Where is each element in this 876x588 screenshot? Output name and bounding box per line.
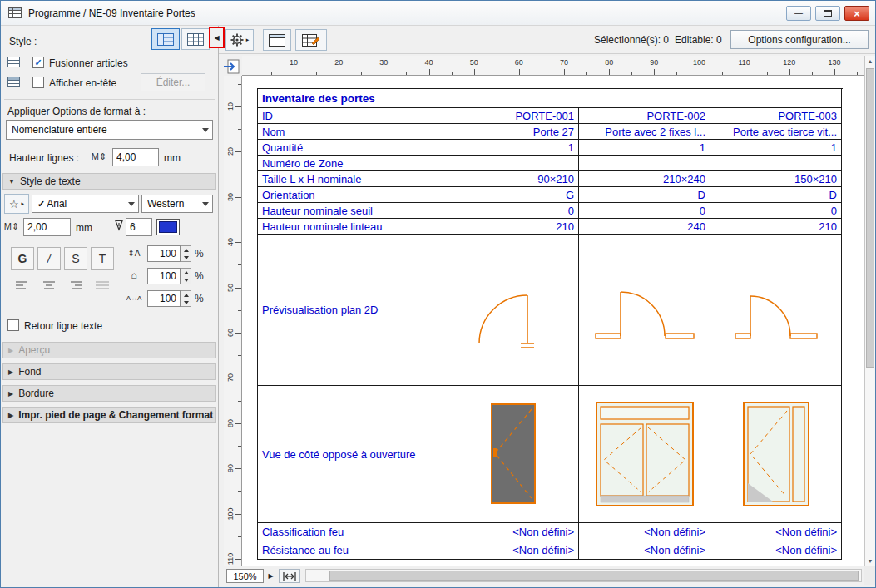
align-left-button[interactable] [12,277,33,294]
style-view-grid-button[interactable] [181,28,210,50]
schedule-cell[interactable]: PORTE-002 [579,108,710,124]
favorites-button[interactable]: ☆ ▸ [4,194,29,214]
vertical-scrollbar[interactable]: ▲ ▼ [864,56,875,566]
door-plan-preview-1[interactable] [448,235,579,386]
scheme-options-button[interactable]: Options configuration... [730,30,869,49]
schedule-cell[interactable]: 210 [710,219,842,235]
merge-items-checkbox[interactable]: ✓ [32,57,44,68]
door-elevation-2[interactable] [579,386,710,523]
schedule-cell[interactable]: D [710,187,842,203]
fit-width-button[interactable] [279,569,300,583]
schedule-cell[interactable] [579,156,710,171]
schedule-cell[interactable]: <Non défini> [710,523,842,541]
schedule-cell[interactable]: Porte 27 [448,124,579,140]
schedule-cell[interactable]: <Non défini> [579,523,710,541]
door-elevation-3[interactable] [710,386,842,523]
schedule-cell[interactable] [710,156,842,171]
schedule-cell[interactable]: <Non défini> [710,541,842,560]
style-view-merged-button[interactable] [151,28,180,50]
show-header-checkbox[interactable] [32,77,44,88]
text-size-input[interactable] [23,218,71,236]
pen-color-swatch[interactable] [156,219,180,235]
align-center-button[interactable] [38,277,60,294]
schedule-cell[interactable]: D [579,187,710,203]
schedule-cell[interactable]: 240 [579,219,710,235]
schedule-cell[interactable]: PORTE-003 [710,108,842,124]
line-spacing-stepper[interactable] [181,245,191,262]
edit-header-button[interactable]: Éditer... [141,73,205,91]
maximize-button[interactable] [815,6,840,21]
char-spacing-stepper[interactable] [181,290,191,307]
width-factor-stepper[interactable] [181,268,191,284]
titlebar[interactable]: Programme / NE-09 Inventaire Portes — × [1,1,875,26]
schedule-cell[interactable]: Porte avec 2 fixes l... [579,124,710,140]
align-right-button[interactable] [65,277,87,294]
horizontal-scrollbar-thumb[interactable] [329,571,859,581]
schedule-cell[interactable] [448,156,579,171]
apply-format-value: Nomenclature entière [12,124,199,136]
strikethrough-button[interactable]: T [91,247,114,270]
panel-collapse-button[interactable]: ◀ [211,29,222,46]
align-left-icon [16,280,29,290]
scroll-up-button[interactable]: ▲ [865,56,875,67]
schedule-cell[interactable]: 0 [710,203,842,219]
schedule-cell[interactable]: 0 [579,203,710,219]
table-row: Numéro de Zone [258,156,843,171]
schedule-cell[interactable]: 0 [448,203,579,219]
schedule-cell[interactable]: 1 [579,140,710,156]
schedule-cell[interactable]: 1 [710,140,842,156]
scroll-down-button[interactable]: ▼ [865,556,875,566]
schedule-cell[interactable]: Porte avec tierce vit... [710,124,842,140]
schedule-cell[interactable]: 90×210 [448,171,579,187]
schedule-cell[interactable]: 210 [448,219,579,235]
schedule-cell[interactable]: 210×240 [579,171,710,187]
line-spacing-input[interactable] [147,245,181,262]
scroll-up-icon: ▲ [868,58,874,64]
table-row: Hauteur nominale linteau 210 240 210 [258,219,843,235]
door-elevation-1[interactable] [448,386,579,523]
schedule-cell[interactable]: <Non défini> [448,541,579,560]
align-justify-button[interactable] [92,277,113,294]
char-spacing-input[interactable] [147,290,181,307]
schedule-cell[interactable]: PORTE-001 [448,108,579,124]
zoom-level-button[interactable]: 150% [226,569,264,583]
font-valid-check-icon: ✓ [37,199,45,210]
schedule-edit-button[interactable] [295,29,327,51]
wrap-text-checkbox[interactable] [7,319,19,331]
close-button[interactable]: × [844,6,869,21]
width-factor-input[interactable] [147,268,181,284]
gear-icon [230,33,244,47]
door-plan-preview-3[interactable] [710,235,842,386]
italic-button[interactable]: / [37,247,61,270]
char-spacing-unit: % [195,293,204,304]
font-script-dropdown[interactable]: Western [141,195,213,213]
schedule-cell[interactable]: 150×210 [710,171,842,187]
minimize-button[interactable]: — [786,6,811,21]
underline-button[interactable]: S [64,247,87,270]
bold-button[interactable]: G [11,247,34,270]
table-row: Taille L x H nominale 90×210 210×240 150… [258,171,843,187]
schedule-canvas[interactable]: Inventaire des portes ID PORTE-001 PORTE… [242,76,866,566]
settings-flyout-button[interactable]: ▸ [225,29,254,51]
schedule-scheme-button[interactable] [263,29,291,51]
door-plan-preview-2[interactable] [579,235,710,386]
edit-grid-icon [302,34,320,47]
schedule-cell[interactable]: <Non défini> [579,541,710,560]
schedule-cell[interactable]: <Non défini> [448,523,579,541]
vertical-scrollbar-thumb[interactable] [866,68,874,368]
schedule-cell[interactable]: G [448,187,579,203]
row-label: Taille L x H nominale [258,171,448,187]
section-print-footer[interactable]: ▶ Impr. pied de page & Changement format [2,407,216,423]
schedule-cell[interactable]: 1 [448,140,579,156]
section-border[interactable]: ▶ Bordure [2,385,216,402]
chevron-down-icon [125,199,138,210]
section-text-style[interactable]: ▼ Style de texte [2,173,216,190]
pen-number-input[interactable] [126,218,152,236]
font-family-dropdown[interactable]: ✓ Arial [32,195,139,213]
horizontal-scrollbar[interactable] [305,569,862,582]
zoom-flyout-button[interactable]: ▶ [265,569,276,583]
section-background[interactable]: ▶ Fond [2,363,216,380]
row-height-input[interactable] [112,148,159,166]
apply-format-dropdown[interactable]: Nomenclature entière [6,120,213,140]
page-setup-icon[interactable] [222,57,242,76]
